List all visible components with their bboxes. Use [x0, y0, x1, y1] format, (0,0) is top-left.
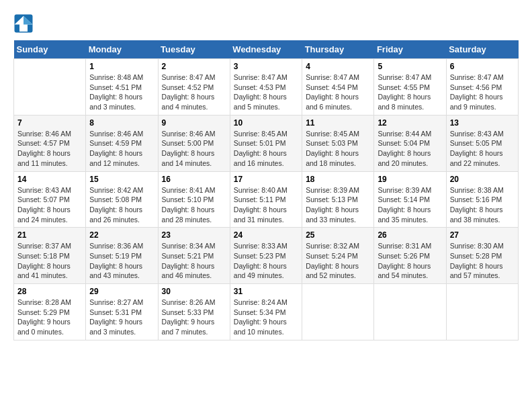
day-number: 8 [89, 118, 154, 128]
day-info: Sunrise: 8:45 AM Sunset: 5:01 PM Dayligh… [234, 129, 298, 169]
weekday-header-monday: Monday [86, 40, 158, 59]
calendar-cell [14, 59, 86, 116]
calendar-cell: 26Sunrise: 8:31 AM Sunset: 5:26 PM Dayli… [374, 228, 446, 284]
day-number: 15 [89, 175, 154, 184]
logo [13, 13, 36, 34]
calendar-cell: 10Sunrise: 8:45 AM Sunset: 5:01 PM Dayli… [230, 115, 302, 171]
calendar-cell: 19Sunrise: 8:39 AM Sunset: 5:14 PM Dayli… [374, 171, 446, 228]
day-info: Sunrise: 8:47 AM Sunset: 4:53 PM Dayligh… [234, 73, 298, 112]
day-number: 20 [450, 175, 515, 184]
day-number: 5 [378, 62, 442, 71]
weekday-header-wednesday: Wednesday [230, 40, 302, 59]
day-number: 7 [17, 118, 82, 128]
weekday-header-saturday: Saturday [446, 40, 518, 59]
calendar-week-row: 14Sunrise: 8:43 AM Sunset: 5:07 PM Dayli… [14, 171, 519, 228]
calendar-week-row: 28Sunrise: 8:28 AM Sunset: 5:29 PM Dayli… [14, 284, 519, 340]
day-info: Sunrise: 8:47 AM Sunset: 4:55 PM Dayligh… [378, 73, 442, 112]
calendar-table: SundayMondayTuesdayWednesdayThursdayFrid… [13, 40, 519, 340]
day-info: Sunrise: 8:46 AM Sunset: 5:00 PM Dayligh… [162, 129, 226, 169]
day-info: Sunrise: 8:42 AM Sunset: 5:08 PM Dayligh… [89, 185, 154, 225]
calendar-week-row: 21Sunrise: 8:37 AM Sunset: 5:18 PM Dayli… [14, 228, 519, 284]
day-info: Sunrise: 8:27 AM Sunset: 5:31 PM Dayligh… [89, 298, 154, 337]
calendar-cell: 28Sunrise: 8:28 AM Sunset: 5:29 PM Dayli… [14, 284, 86, 340]
calendar-cell: 31Sunrise: 8:24 AM Sunset: 5:34 PM Dayli… [230, 284, 302, 340]
day-number: 22 [89, 230, 154, 240]
day-info: Sunrise: 8:47 AM Sunset: 4:52 PM Dayligh… [162, 73, 226, 112]
day-info: Sunrise: 8:37 AM Sunset: 5:18 PM Dayligh… [17, 241, 82, 281]
calendar-cell: 18Sunrise: 8:39 AM Sunset: 5:13 PM Dayli… [302, 171, 374, 228]
day-info: Sunrise: 8:39 AM Sunset: 5:14 PM Dayligh… [378, 185, 442, 225]
day-number: 25 [306, 230, 370, 240]
day-number: 31 [234, 287, 298, 296]
calendar-cell: 22Sunrise: 8:36 AM Sunset: 5:19 PM Dayli… [86, 228, 158, 284]
day-number: 12 [378, 118, 442, 128]
weekday-header-thursday: Thursday [302, 40, 374, 59]
calendar-cell: 15Sunrise: 8:42 AM Sunset: 5:08 PM Dayli… [86, 171, 158, 228]
day-info: Sunrise: 8:33 AM Sunset: 5:23 PM Dayligh… [234, 241, 298, 281]
weekday-header-row: SundayMondayTuesdayWednesdayThursdayFrid… [14, 40, 519, 59]
day-number: 4 [306, 62, 370, 71]
day-info: Sunrise: 8:43 AM Sunset: 5:05 PM Dayligh… [450, 129, 515, 169]
day-info: Sunrise: 8:34 AM Sunset: 5:21 PM Dayligh… [162, 241, 226, 281]
day-info: Sunrise: 8:47 AM Sunset: 4:56 PM Dayligh… [450, 73, 515, 112]
day-info: Sunrise: 8:32 AM Sunset: 5:24 PM Dayligh… [306, 241, 370, 281]
calendar-cell: 29Sunrise: 8:27 AM Sunset: 5:31 PM Dayli… [86, 284, 158, 340]
day-number: 17 [234, 175, 298, 184]
day-number: 6 [450, 62, 515, 71]
day-number: 3 [234, 62, 298, 71]
day-number: 16 [162, 175, 226, 184]
calendar-cell: 14Sunrise: 8:43 AM Sunset: 5:07 PM Dayli… [14, 171, 86, 228]
weekday-header-friday: Friday [374, 40, 446, 59]
day-info: Sunrise: 8:46 AM Sunset: 4:57 PM Dayligh… [17, 129, 82, 169]
calendar-cell [374, 284, 446, 340]
day-number: 2 [162, 62, 226, 71]
calendar-cell: 20Sunrise: 8:38 AM Sunset: 5:16 PM Dayli… [446, 171, 518, 228]
day-number: 19 [378, 175, 442, 184]
calendar-cell: 8Sunrise: 8:46 AM Sunset: 4:59 PM Daylig… [86, 115, 158, 171]
calendar-cell: 5Sunrise: 8:47 AM Sunset: 4:55 PM Daylig… [374, 59, 446, 116]
calendar-cell: 17Sunrise: 8:40 AM Sunset: 5:11 PM Dayli… [230, 171, 302, 228]
calendar-cell [302, 284, 374, 340]
weekday-header-sunday: Sunday [14, 40, 86, 59]
calendar-cell [446, 284, 518, 340]
calendar-cell: 7Sunrise: 8:46 AM Sunset: 4:57 PM Daylig… [14, 115, 86, 171]
calendar-week-row: 7Sunrise: 8:46 AM Sunset: 4:57 PM Daylig… [14, 115, 519, 171]
day-info: Sunrise: 8:30 AM Sunset: 5:28 PM Dayligh… [450, 241, 515, 281]
day-number: 24 [234, 230, 298, 240]
day-number: 29 [89, 287, 154, 296]
calendar-cell: 3Sunrise: 8:47 AM Sunset: 4:53 PM Daylig… [230, 59, 302, 116]
day-info: Sunrise: 8:31 AM Sunset: 5:26 PM Dayligh… [378, 241, 442, 281]
logo-icon [13, 13, 34, 34]
day-info: Sunrise: 8:47 AM Sunset: 4:54 PM Dayligh… [306, 73, 370, 112]
calendar-cell: 1Sunrise: 8:48 AM Sunset: 4:51 PM Daylig… [86, 59, 158, 116]
day-number: 14 [17, 175, 82, 184]
day-info: Sunrise: 8:38 AM Sunset: 5:16 PM Dayligh… [450, 185, 515, 225]
day-info: Sunrise: 8:45 AM Sunset: 5:03 PM Dayligh… [306, 129, 370, 169]
day-number: 11 [306, 118, 370, 128]
calendar-cell: 6Sunrise: 8:47 AM Sunset: 4:56 PM Daylig… [446, 59, 518, 116]
day-info: Sunrise: 8:36 AM Sunset: 5:19 PM Dayligh… [89, 241, 154, 281]
calendar-cell: 24Sunrise: 8:33 AM Sunset: 5:23 PM Dayli… [230, 228, 302, 284]
day-number: 26 [378, 230, 442, 240]
calendar-cell: 9Sunrise: 8:46 AM Sunset: 5:00 PM Daylig… [158, 115, 230, 171]
day-number: 27 [450, 230, 515, 240]
day-info: Sunrise: 8:28 AM Sunset: 5:29 PM Dayligh… [17, 298, 82, 337]
day-number: 10 [234, 118, 298, 128]
day-info: Sunrise: 8:26 AM Sunset: 5:33 PM Dayligh… [162, 298, 226, 337]
page-header [13, 13, 519, 34]
day-info: Sunrise: 8:44 AM Sunset: 5:04 PM Dayligh… [378, 129, 442, 169]
calendar-cell: 16Sunrise: 8:41 AM Sunset: 5:10 PM Dayli… [158, 171, 230, 228]
day-number: 13 [450, 118, 515, 128]
calendar-cell: 2Sunrise: 8:47 AM Sunset: 4:52 PM Daylig… [158, 59, 230, 116]
calendar-cell: 13Sunrise: 8:43 AM Sunset: 5:05 PM Dayli… [446, 115, 518, 171]
day-info: Sunrise: 8:39 AM Sunset: 5:13 PM Dayligh… [306, 185, 370, 225]
calendar-cell: 11Sunrise: 8:45 AM Sunset: 5:03 PM Dayli… [302, 115, 374, 171]
day-number: 28 [17, 287, 82, 296]
calendar-cell: 23Sunrise: 8:34 AM Sunset: 5:21 PM Dayli… [158, 228, 230, 284]
calendar-cell: 25Sunrise: 8:32 AM Sunset: 5:24 PM Dayli… [302, 228, 374, 284]
day-number: 1 [89, 62, 154, 71]
calendar-cell: 4Sunrise: 8:47 AM Sunset: 4:54 PM Daylig… [302, 59, 374, 116]
calendar-cell: 12Sunrise: 8:44 AM Sunset: 5:04 PM Dayli… [374, 115, 446, 171]
day-info: Sunrise: 8:43 AM Sunset: 5:07 PM Dayligh… [17, 185, 82, 225]
day-info: Sunrise: 8:46 AM Sunset: 4:59 PM Dayligh… [89, 129, 154, 169]
